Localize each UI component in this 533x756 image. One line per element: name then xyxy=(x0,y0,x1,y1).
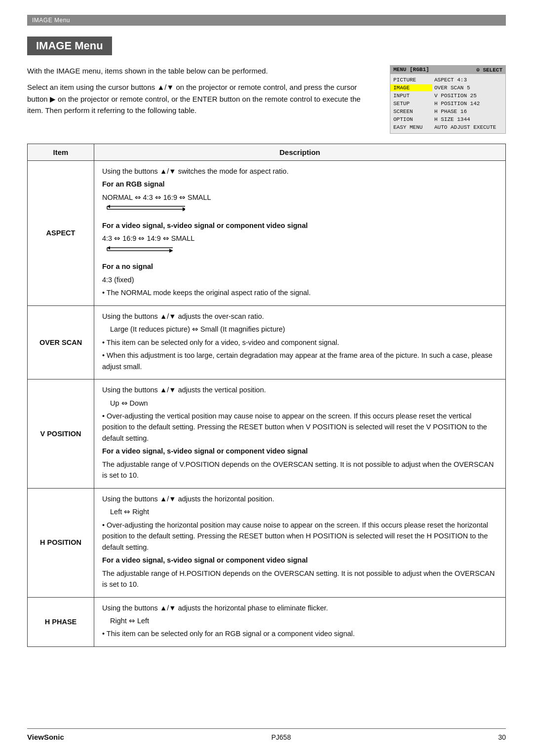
table-row: H PHASEUsing the buttons ▲/▼ adjusts the… xyxy=(28,597,506,646)
cycle-arrow-svg2 xyxy=(106,246,173,255)
table-desc-cell: Using the buttons ▲/▼ adjusts the vertic… xyxy=(94,379,506,489)
desc-note: • Over-adjusting the vertical position m… xyxy=(102,411,497,444)
menu-col-right: ASPECT 4:3 xyxy=(432,76,505,83)
menu-row: SCREEN H PHASE 16 xyxy=(390,108,505,115)
menu-col-right: H POSITION 142 xyxy=(432,100,505,107)
menu-col-right: H SIZE 1344 xyxy=(432,116,505,123)
page-title: IMAGE Menu xyxy=(27,37,112,55)
menu-col-right: OVER SCAN 5 xyxy=(432,84,505,91)
cycle-arrow-svg xyxy=(106,205,185,214)
svg-marker-1 xyxy=(183,207,185,211)
menu-col-right: AUTO ADJUST EXECUTE xyxy=(432,124,505,131)
main-table: Item Description ASPECTUsing the buttons… xyxy=(27,144,506,647)
menu-row: IMAGE OVER SCAN 5 xyxy=(390,84,505,92)
menu-col-left: IMAGE xyxy=(390,84,432,91)
desc-note: • This item can be selected only for an … xyxy=(102,628,497,639)
table-row: OVER SCANUsing the buttons ▲/▼ adjusts t… xyxy=(28,305,506,379)
desc-line: Left ⇔ Right xyxy=(110,506,497,517)
intro-para1: With the IMAGE menu, items shown in the … xyxy=(27,65,375,76)
menu-body: PICTURE ASPECT 4:3 IMAGE OVER SCAN 5 INP… xyxy=(390,74,505,133)
desc-bold: For a video signal, s-video signal or co… xyxy=(102,220,497,231)
desc-note: • Over-adjusting the horizontal position… xyxy=(102,520,497,553)
intro-text: With the IMAGE menu, items shown in the … xyxy=(27,65,375,121)
desc-line: Up ⇔ Down xyxy=(110,398,497,409)
table-item-cell: H PHASE xyxy=(28,597,94,646)
table-item-cell: H POSITION xyxy=(28,488,94,597)
svg-marker-5 xyxy=(107,205,110,208)
table-row: H POSITIONUsing the buttons ▲/▼ adjusts … xyxy=(28,488,506,597)
desc-line: 4:3 (fixed) xyxy=(102,274,497,285)
menu-col-left: PICTURE xyxy=(390,76,432,83)
menu-col-right: V POSITION 25 xyxy=(432,92,505,99)
table-item-cell: V POSITION xyxy=(28,379,94,489)
desc-line: NORMAL ⇔ 4:3 ⇔ 16:9 ⇔ SMALL xyxy=(102,192,497,203)
menu-row: OPTION H SIZE 1344 xyxy=(390,115,505,123)
desc-line: Using the buttons ▲/▼ adjusts the horizo… xyxy=(102,603,497,613)
footer-page: 30 xyxy=(498,733,506,741)
col-header-description: Description xyxy=(94,144,506,161)
menu-col-left: SETUP xyxy=(390,100,432,107)
table-item-cell: ASPECT xyxy=(28,161,94,306)
desc-note: • The NORMAL mode keeps the original asp… xyxy=(102,287,497,298)
desc-note: • When this adjustment is too large, cer… xyxy=(102,350,497,372)
desc-line: 4:3 ⇔ 16:9 ⇔ 14:9 ⇔ SMALL xyxy=(102,233,497,244)
breadcrumb: IMAGE Menu xyxy=(27,15,506,26)
desc-line: Using the buttons ▲/▼ switches the mode … xyxy=(102,166,497,177)
menu-col-right: H PHASE 16 xyxy=(432,108,505,115)
table-desc-cell: Using the buttons ▲/▼ switches the mode … xyxy=(94,161,506,306)
menu-header-right: ⊙ SELECT xyxy=(476,67,502,73)
svg-marker-11 xyxy=(107,246,110,250)
intro-para2: Select an item using the cursor buttons … xyxy=(27,81,375,116)
desc-bold: For an RGB signal xyxy=(102,179,497,189)
menu-row: INPUT V POSITION 25 xyxy=(390,92,505,100)
footer-model: PJ658 xyxy=(271,733,291,741)
desc-line: Using the buttons ▲/▼ adjusts the horizo… xyxy=(102,493,497,504)
desc-note: • This item can be selected only for a v… xyxy=(102,337,497,348)
menu-row: PICTURE ASPECT 4:3 xyxy=(390,76,505,84)
intro-section: With the IMAGE menu, items shown in the … xyxy=(27,65,506,134)
table-row: V POSITIONUsing the buttons ▲/▼ adjusts … xyxy=(28,379,506,489)
svg-marker-7 xyxy=(169,249,173,253)
arrow-diagram2 xyxy=(106,246,497,258)
desc-note: The adjustable range of V.POSITION depen… xyxy=(102,459,497,481)
menu-col-left: SCREEN xyxy=(390,108,432,115)
desc-line: Using the buttons ▲/▼ adjusts the vertic… xyxy=(102,384,497,395)
footer-brand: ViewSonic xyxy=(27,733,64,741)
desc-line: Using the buttons ▲/▼ adjusts the over-s… xyxy=(102,311,497,322)
desc-bold: For a video signal, s-video signal or co… xyxy=(102,555,497,566)
desc-note: The adjustable range of H.POSITION depen… xyxy=(102,568,497,590)
table-row: ASPECTUsing the buttons ▲/▼ switches the… xyxy=(28,161,506,306)
desc-bold: For a no signal xyxy=(102,261,497,272)
menu-col-left: OPTION xyxy=(390,116,432,123)
table-desc-cell: Using the buttons ▲/▼ adjusts the horizo… xyxy=(94,488,506,597)
menu-col-left: INPUT xyxy=(390,92,432,99)
desc-bold: For a video signal, s-video signal or co… xyxy=(102,446,497,456)
desc-line: Right ⇔ Left xyxy=(110,615,497,626)
desc-line: Large (It reduces picture) ⇔ Small (It m… xyxy=(110,324,497,335)
table-desc-cell: Using the buttons ▲/▼ adjusts the horizo… xyxy=(94,597,506,646)
arrow-diagram xyxy=(106,205,497,217)
menu-header-left: MENU [RGB1] xyxy=(393,67,429,73)
menu-row: SETUP H POSITION 142 xyxy=(390,100,505,108)
table-item-cell: OVER SCAN xyxy=(28,305,94,379)
col-header-item: Item xyxy=(28,144,94,161)
menu-row: EASY MENU AUTO ADJUST EXECUTE xyxy=(390,123,505,131)
footer: ViewSonic PJ658 30 xyxy=(27,728,506,741)
table-desc-cell: Using the buttons ▲/▼ adjusts the over-s… xyxy=(94,305,506,379)
menu-screenshot: MENU [RGB1] ⊙ SELECT PICTURE ASPECT 4:3 … xyxy=(390,65,506,134)
menu-col-left: EASY MENU xyxy=(390,124,432,131)
